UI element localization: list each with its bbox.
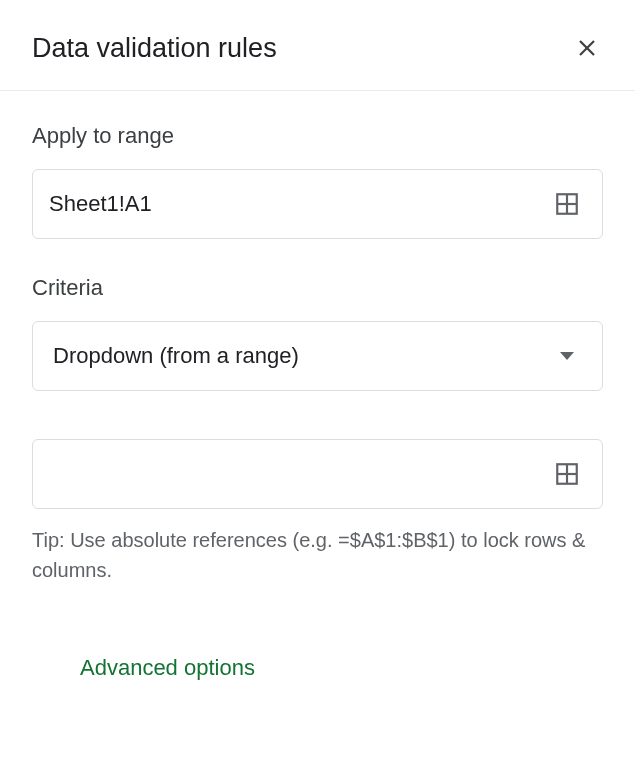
apply-range-picker-button[interactable]: [548, 185, 586, 223]
panel-header: Data validation rules: [0, 0, 635, 91]
tip-text: Tip: Use absolute references (e.g. =$A$1…: [32, 525, 603, 585]
criteria-label: Criteria: [32, 275, 603, 301]
close-button[interactable]: [567, 28, 607, 68]
criteria-select[interactable]: Dropdown (from a range): [32, 321, 603, 391]
grid-icon: [554, 191, 580, 217]
source-range-picker-button[interactable]: [548, 455, 586, 493]
advanced-options-button[interactable]: Advanced options: [80, 645, 255, 691]
grid-icon: [554, 461, 580, 487]
apply-range-field: [32, 169, 603, 239]
panel-content: Apply to range Criteria Dropdown (from a…: [0, 91, 635, 691]
criteria-selected-value: Dropdown (from a range): [53, 343, 299, 369]
close-icon: [575, 36, 599, 60]
panel-title: Data validation rules: [32, 33, 277, 64]
source-range-input[interactable]: [49, 440, 540, 508]
chevron-down-icon: [560, 352, 574, 360]
apply-range-label: Apply to range: [32, 123, 603, 149]
apply-range-input[interactable]: [49, 170, 540, 238]
source-range-field: [32, 439, 603, 509]
